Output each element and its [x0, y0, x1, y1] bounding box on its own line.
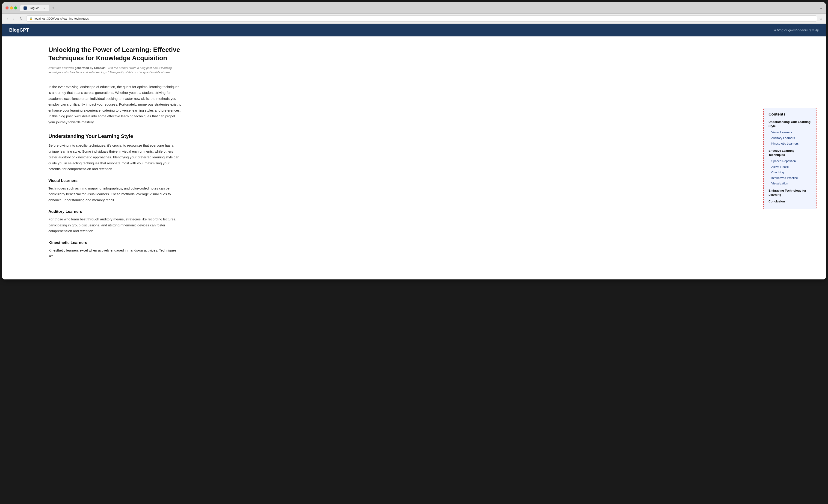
article-note: Note: this post was generated by ChatGPT… — [48, 66, 182, 75]
minimize-button[interactable] — [10, 6, 13, 9]
toc-item-active-recall[interactable]: Active Recall — [769, 164, 812, 170]
subsection2-title: Auditory Learners — [48, 209, 182, 214]
toc-item-visualization[interactable]: Visualization — [769, 181, 812, 186]
address-bar[interactable]: 🔒 localhost:3000/posts/learning-techniqu… — [26, 15, 817, 22]
forward-button[interactable]: › — [12, 16, 16, 21]
note-prefix: Note: this post was — [48, 66, 75, 70]
toc-item-interleaved[interactable]: Interleaved Practice — [769, 175, 812, 181]
subsection1-body: Techniques such as mind mapping, infogra… — [48, 185, 182, 203]
toc-item-spaced-repetition[interactable]: Spaced Repetition — [769, 158, 812, 164]
browser-window: BlogGPT × + ⌄ ‹ › ↻ 🔒 localhost:3000/pos… — [2, 2, 826, 280]
toc-title: Contents — [769, 112, 812, 117]
refresh-button[interactable]: ↻ — [18, 16, 24, 21]
tab-close-button[interactable]: × — [43, 6, 46, 10]
toc-item-kinesthetic[interactable]: Kinesthetic Learners — [769, 141, 812, 146]
site-tagline: a blog of questionable quality — [774, 28, 819, 32]
tab-bar: BlogGPT × + — [20, 5, 817, 11]
section1-title: Understanding Your Learning Style — [48, 133, 182, 139]
article-wrapper: Unlocking the Power of Learning: Effecti… — [2, 36, 826, 280]
lock-icon: 🔒 — [29, 17, 33, 20]
site-logo[interactable]: BlogGPT — [9, 28, 29, 33]
active-tab[interactable]: BlogGPT × — [20, 5, 49, 11]
toc-item-chunking[interactable]: Chunking — [769, 170, 812, 175]
toc-item-visual[interactable]: Visual Learners — [769, 130, 812, 135]
close-button[interactable] — [5, 6, 8, 9]
maximize-button[interactable] — [14, 6, 17, 9]
note-bold: generated by ChatGPT — [75, 66, 107, 70]
browser-toolbar: ‹ › ↻ 🔒 localhost:3000/posts/learning-te… — [2, 13, 826, 24]
toc-section2-heading: Effective Learning Techniques — [769, 149, 812, 157]
toc-sidebar: Contents Understanding Your Learning Sty… — [763, 108, 817, 209]
subsection3-title: Kinesthetic Learners — [48, 241, 182, 245]
expand-icon[interactable]: ⌄ — [820, 6, 823, 10]
toc-item-auditory[interactable]: Auditory Learners — [769, 135, 812, 141]
site-header: BlogGPT a blog of questionable quality — [2, 24, 826, 36]
tab-title: BlogGPT — [29, 6, 41, 10]
subsection3-body: Kinesthetic learners excel when actively… — [48, 247, 182, 259]
browser-titlebar: BlogGPT × + ⌄ — [2, 2, 826, 13]
article-title: Unlocking the Power of Learning: Effecti… — [48, 46, 182, 62]
subsection2-body: For those who learn best through auditor… — [48, 216, 182, 234]
back-button[interactable]: ‹ — [5, 16, 9, 21]
toc-section3-heading: Embracing Technology for Learning — [769, 188, 812, 197]
toc-section4-heading: Conclusion — [769, 200, 812, 204]
new-tab-button[interactable]: + — [51, 5, 56, 10]
tab-favicon — [24, 6, 27, 10]
section1-intro: Before diving into specific techniques, … — [48, 142, 182, 172]
subsection1-title: Visual Learners — [48, 178, 182, 183]
url-display: localhost:3000/posts/learning-techniques — [35, 17, 814, 20]
page-content: BlogGPT a blog of questionable quality U… — [2, 24, 826, 280]
article-intro: In the ever-evolving landscape of educat… — [48, 84, 182, 125]
toc-section1-heading: Understanding Your Learning Style — [769, 120, 812, 128]
bookmark-button[interactable]: ☆ — [819, 16, 823, 21]
traffic-lights — [5, 6, 17, 9]
